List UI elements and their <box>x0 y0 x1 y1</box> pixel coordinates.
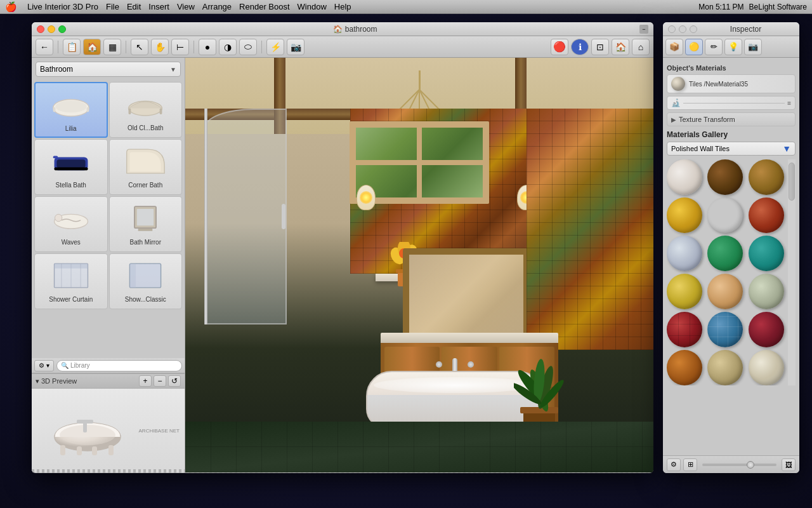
swatch-dark-teal[interactable] <box>749 236 784 271</box>
tub-handles <box>436 361 474 368</box>
view-plan-btn[interactable]: ⌂ <box>632 39 650 55</box>
menu-insert[interactable]: Insert <box>148 2 169 11</box>
gear-button[interactable]: ⚙▾ <box>34 360 54 371</box>
tool-menu-icon[interactable]: ≡ <box>787 100 791 107</box>
swatch-dark-red-tile[interactable] <box>667 312 702 347</box>
menu-app-name[interactable]: Live Interior 3D Pro <box>27 2 98 11</box>
item-bath-mirror[interactable]: Bath Mirror <box>109 196 183 252</box>
menu-file[interactable]: File <box>106 2 119 11</box>
swatch-peach[interactable] <box>707 274 743 309</box>
inspector-content: Object's Materials Tiles /NewMaterial35 … <box>663 58 799 455</box>
half-circle-tool[interactable]: ◑ <box>219 39 237 55</box>
window-divider-v <box>417 128 422 197</box>
item-shower-curtain[interactable]: Shower Curtain <box>34 253 108 309</box>
circle-tool[interactable]: ● <box>199 39 216 55</box>
swatch-medium-brown[interactable] <box>749 159 784 195</box>
view-2d-btn[interactable]: ⊡ <box>591 39 609 55</box>
swatch-dark-brown[interactable] <box>707 159 743 195</box>
swatch-light-grey-blue[interactable] <box>667 236 702 271</box>
item-corner-bath[interactable]: Corner Bath <box>109 139 183 195</box>
item-waves[interactable]: Waves <box>34 196 108 252</box>
tool-row: 🔬 ≡ <box>667 96 796 110</box>
slider-thumb[interactable] <box>747 461 754 469</box>
menu-view[interactable]: View <box>177 2 195 11</box>
search-placeholder: Library <box>70 362 90 369</box>
apple-menu[interactable]: 🍎 <box>5 1 17 13</box>
inspector-materials-tab[interactable]: 🟡 <box>685 39 703 55</box>
swatch-sage-grey[interactable] <box>749 274 784 309</box>
inspector-titlebar: Inspector <box>663 22 799 36</box>
menu-edit[interactable]: Edit <box>127 2 141 11</box>
inspector-camera-tab[interactable]: 📷 <box>744 39 762 55</box>
swatch-maroon[interactable] <box>749 312 784 347</box>
swatch-teal-green[interactable] <box>707 236 743 271</box>
swatch-cream-tile[interactable] <box>749 350 784 385</box>
gallery-scrollbar-thumb[interactable] <box>789 163 795 201</box>
svg-rect-2 <box>53 107 55 112</box>
gallery-dropdown[interactable]: Polished Wall Tiles ▼ <box>667 142 796 156</box>
swatch-sandy[interactable] <box>707 350 743 385</box>
category-dropdown[interactable]: Bathroom ▼ <box>36 62 181 77</box>
eyedropper-icon[interactable]: 🔬 <box>671 98 681 107</box>
minimize-button[interactable] <box>48 25 55 33</box>
swatch-terracotta[interactable] <box>749 197 784 233</box>
item-bath-mirror-label: Bath Mirror <box>130 239 161 246</box>
swatch-blue-tile[interactable] <box>707 312 743 347</box>
inspector-objects-tab[interactable]: 📦 <box>665 39 683 55</box>
inspector-edit-tab[interactable]: ✏ <box>705 39 723 55</box>
info-btn[interactable]: ℹ <box>571 39 589 55</box>
lamp-glow-left <box>360 191 372 204</box>
menu-window[interactable]: Window <box>298 2 327 11</box>
wall-tool[interactable]: ⊢ <box>171 39 189 55</box>
dropdown-arrow-icon: ▼ <box>170 66 176 73</box>
add-material-btn[interactable]: ⚙ <box>667 458 681 471</box>
view-3d-btn[interactable]: 🏠 <box>612 39 629 55</box>
zoom-in-btn[interactable]: + <box>139 375 152 387</box>
shower-glass <box>204 109 287 324</box>
image-btn[interactable]: 🖼 <box>782 458 796 471</box>
swatch-dark-blue[interactable] <box>707 197 743 233</box>
back-btn[interactable]: ← <box>36 39 53 55</box>
swatch-orange-brown[interactable] <box>667 350 702 385</box>
svg-rect-26 <box>77 446 82 455</box>
slider-track[interactable] <box>702 464 776 466</box>
material-row[interactable]: Tiles /NewMaterial35 <box>667 74 796 93</box>
delete-material-btn[interactable]: ⊞ <box>683 458 697 471</box>
objects-materials-label: Object's Materials <box>667 64 796 72</box>
pan-tool[interactable]: ✋ <box>151 39 169 55</box>
select-tool[interactable]: ↖ <box>131 39 148 55</box>
item-old-bath[interactable]: Old Cl...Bath <box>109 82 183 138</box>
item-lilia[interactable]: Lilia <box>34 82 108 138</box>
measure-tool[interactable]: ⚡ <box>266 39 284 55</box>
preview-watermark: ARCHIBASE NET <box>139 428 180 434</box>
menu-arrange[interactable]: Arrange <box>202 2 232 11</box>
swatch-gold-yellow[interactable] <box>667 197 702 233</box>
material-sphere <box>671 77 685 91</box>
camera-tool[interactable]: 📷 <box>287 39 304 55</box>
inspector-minimize[interactable] <box>679 25 686 33</box>
grid-btn[interactable]: ▦ <box>103 39 121 55</box>
library-btn[interactable]: 📋 <box>63 39 81 55</box>
zoom-out-btn[interactable]: − <box>154 375 166 387</box>
viewport[interactable] <box>185 58 653 472</box>
texture-transform-header[interactable]: ▶ Texture Transform <box>671 116 791 123</box>
inspector-close[interactable] <box>668 25 676 33</box>
inspector-zoom[interactable] <box>690 25 697 33</box>
maximize-button[interactable] <box>58 25 66 33</box>
close-button[interactable] <box>37 25 44 33</box>
preview-bath-3d <box>46 402 129 459</box>
menu-render-boost[interactable]: Render Boost <box>239 2 290 11</box>
library-search-box[interactable]: 🔍 Library <box>56 360 182 371</box>
gallery-scrollbar[interactable] <box>788 159 796 385</box>
swatch-yellow-gold[interactable] <box>667 274 702 309</box>
material-btn[interactable]: 🏠 <box>83 39 101 55</box>
item-show-classic[interactable]: Show...Classic <box>109 253 183 309</box>
menu-help[interactable]: Help <box>334 2 351 11</box>
rotate-btn[interactable]: ↺ <box>168 375 181 387</box>
swatch-white-marble[interactable] <box>667 159 702 195</box>
window-close-icon[interactable]: − <box>639 25 648 34</box>
inspector-lights-tab[interactable]: 💡 <box>724 39 742 55</box>
share-btn[interactable]: 🔴 <box>551 39 568 55</box>
item-stella-bath[interactable]: Stella Bath <box>34 139 108 195</box>
oval-tool[interactable]: ⬭ <box>239 39 257 55</box>
